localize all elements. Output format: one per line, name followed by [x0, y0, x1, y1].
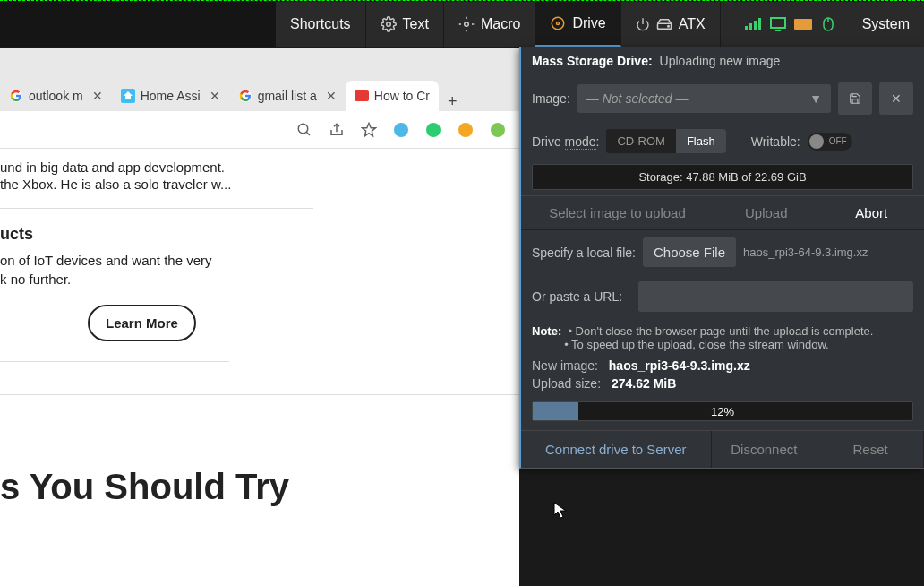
mouse-icon	[819, 17, 837, 31]
content-sub1: on of IoT devices and want the very	[0, 251, 519, 270]
svg-point-0	[386, 22, 390, 27]
url-input[interactable]	[638, 281, 913, 312]
ext-icon-1[interactable]	[392, 121, 410, 139]
tab-label: Home Assi	[141, 89, 201, 103]
content-sub2: k no further.	[0, 270, 519, 289]
svg-point-21	[491, 123, 505, 137]
switch-off-label: OFF	[829, 136, 847, 146]
image-select-placeholder: — Not selected —	[586, 91, 689, 106]
learn-more-button[interactable]: Learn More	[88, 305, 196, 341]
ext-icon-4[interactable]	[489, 121, 507, 139]
toolbar-status-icons	[733, 17, 848, 31]
panel-title: Mass Storage Drive:	[532, 54, 653, 68]
panel-status: Uploading new image	[660, 54, 781, 68]
toolbar-atx-label: ATX	[679, 16, 706, 32]
save-image-button[interactable]	[838, 82, 872, 115]
note-block: Note: • Don't close the browser page unt…	[521, 319, 924, 357]
svg-point-3	[557, 22, 560, 25]
toolbar-macro[interactable]: Macro	[444, 2, 535, 47]
power-icon	[636, 17, 650, 31]
toolbar-shortcuts-label: Shortcuts	[290, 16, 351, 32]
disconnect-button[interactable]: Disconnect	[712, 431, 818, 468]
save-icon	[849, 92, 861, 105]
svg-rect-10	[771, 18, 785, 28]
homeassistant-icon	[121, 89, 135, 103]
tab-abort[interactable]: Abort	[819, 196, 925, 229]
upload-progress: 12%	[532, 401, 913, 421]
image-select[interactable]: — Not selected — ▼	[578, 84, 831, 113]
note-2: • To speed up the upload, close the stre…	[564, 338, 829, 351]
svg-rect-8	[754, 21, 757, 30]
close-icon[interactable]: ✕	[92, 89, 103, 103]
top-toolbar: Shortcuts Text Macro Drive ATX System	[0, 2, 924, 47]
svg-point-1	[465, 22, 469, 27]
svg-point-5	[667, 26, 669, 28]
new-image-value: haos_rpi3-64-9.3.img.xz	[609, 358, 750, 373]
ext-icon-3[interactable]	[457, 121, 475, 139]
svg-point-2	[552, 17, 565, 30]
toolbar-text-label: Text	[403, 16, 429, 32]
tab-gmail[interactable]: gmail list a ✕	[229, 81, 346, 111]
new-image-label: New image:	[532, 358, 598, 373]
toolbar-text[interactable]: Text	[366, 2, 444, 47]
drive-mode-toggle[interactable]: CD-ROM Flash	[606, 129, 725, 153]
page-content: und in big data and app development. the…	[0, 149, 519, 507]
close-icon[interactable]: ✕	[210, 89, 220, 103]
tab-label: How to Cr	[374, 89, 430, 103]
tab-label: gmail list a	[258, 89, 317, 103]
paste-url-label: Or paste a URL:	[532, 289, 622, 304]
chosen-file-name: haos_rpi3-64-9.3.img.xz	[743, 246, 868, 259]
switch-knob	[809, 134, 824, 149]
browser-tab-strip: outlook m ✕ Home Assi ✕ gmail list a ✕ H…	[0, 48, 519, 111]
svg-rect-16	[355, 90, 369, 101]
new-tab-button[interactable]: +	[439, 92, 466, 111]
toolbar-macro-label: Macro	[481, 16, 520, 32]
monitor-icon	[769, 17, 787, 31]
panel-tabs: Select image to upload Upload Abort	[521, 195, 924, 230]
browser-toolbar	[0, 111, 519, 149]
choose-file-button[interactable]: Choose File	[643, 237, 736, 267]
google-icon	[238, 89, 252, 103]
content-line1: und in big data and app development.	[0, 159, 519, 175]
toolbar-shortcuts[interactable]: Shortcuts	[276, 2, 366, 47]
reset-button[interactable]: Reset	[817, 431, 924, 468]
toolbar-system[interactable]: System	[848, 2, 924, 47]
tab-howto[interactable]: How to Cr	[346, 81, 439, 111]
image-label: Image:	[532, 91, 570, 106]
toolbar-atx[interactable]: ATX	[621, 2, 721, 47]
star-icon[interactable]	[360, 121, 378, 139]
chevron-down-icon: ▼	[809, 91, 822, 106]
upload-size-label: Upload size:	[532, 376, 601, 391]
svg-rect-6	[745, 26, 748, 30]
tab-select-image[interactable]: Select image to upload	[521, 196, 714, 229]
upload-size-row: Upload size: 274.62 MiB	[521, 375, 924, 392]
panel-actions: Connect drive to Server Disconnect Reset	[521, 430, 924, 468]
ext-icon-2[interactable]	[424, 121, 442, 139]
mode-cdrom[interactable]: CD-ROM	[606, 129, 675, 153]
writable-switch[interactable]: OFF	[808, 133, 852, 151]
svg-rect-9	[758, 18, 761, 30]
upload-size-value: 274.62 MiB	[612, 376, 676, 391]
connect-button[interactable]: Connect drive to Server	[521, 431, 712, 468]
tab-upload[interactable]: Upload	[714, 196, 819, 229]
zoom-icon[interactable]	[295, 121, 313, 139]
close-icon[interactable]: ✕	[326, 89, 337, 103]
gear-icon	[381, 16, 397, 32]
note-1: • Don't close the browser page until the…	[568, 324, 873, 338]
browser-viewport: outlook m ✕ Home Assi ✕ gmail list a ✕ H…	[0, 48, 519, 586]
tab-outlook[interactable]: outlook m ✕	[0, 81, 112, 111]
note-label: Note:	[532, 324, 561, 338]
svg-point-18	[394, 123, 408, 137]
content-big-heading: s You Should Try	[0, 467, 519, 507]
content-heading: ucts	[0, 225, 519, 244]
mode-flash[interactable]: Flash	[676, 129, 726, 153]
toolbar-system-label: System	[862, 16, 910, 32]
clear-image-button[interactable]: ✕	[879, 82, 913, 115]
svg-point-19	[426, 123, 441, 137]
writable-label: Writable:	[751, 134, 800, 149]
share-icon[interactable]	[328, 121, 346, 139]
tab-homeassistant[interactable]: Home Assi ✕	[112, 81, 229, 111]
toolbar-spacer	[0, 2, 276, 47]
toolbar-drive[interactable]: Drive	[535, 2, 620, 47]
drive-mode-label: Drive mode:	[532, 134, 599, 149]
